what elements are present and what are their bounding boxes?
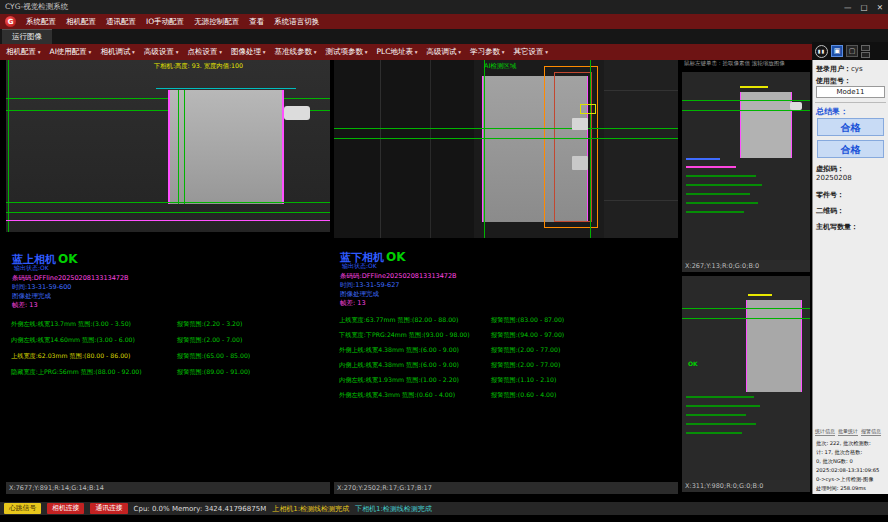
right-photo: AI检测区域 <box>334 60 678 238</box>
left-camera-status: OK <box>58 252 78 266</box>
login-user-label: 登录用户： <box>816 65 851 73</box>
overlay-text-mini <box>686 193 750 195</box>
app-logo-icon: G <box>5 16 16 27</box>
stats-line: 处理时间: 258.09ms <box>816 485 887 492</box>
measure-line <box>184 90 185 204</box>
pause-icon: ▮▮ <box>818 48 826 54</box>
close-icon[interactable]: ✕ <box>877 3 883 12</box>
overlay-text-mini <box>686 184 762 186</box>
camera-connection-indicator: 相机连接 <box>47 503 84 514</box>
measurement-text: 隐藏宽度:上PRG:56mm 范围:(88.00 - 92.00) <box>11 368 177 377</box>
alarm-range: 报警范围:(65.00 - 85.00) <box>177 352 250 361</box>
right-camera-status: OK <box>386 250 406 264</box>
menu-item-system-config[interactable]: 系统配置 <box>26 17 56 27</box>
overlay-text-mini <box>686 211 744 213</box>
tab-run-image[interactable]: 运行图像 <box>2 29 52 44</box>
overlay-text-mini <box>748 294 772 296</box>
pause-button[interactable]: ▮▮ <box>815 45 828 58</box>
alarm-range: 报警范围:(2.00 - 7.00) <box>177 336 242 345</box>
left-time: 时间:13-31-59-600 <box>12 283 71 292</box>
stats-tab-statistics[interactable]: 统计信息 <box>815 428 835 436</box>
measurement-text: 上线宽度:63.77mm 范围:(82.00 - 88.00) <box>339 316 491 325</box>
overlay-text-mini <box>686 405 760 407</box>
menu-item-passive-control[interactable]: 无源控制配置 <box>194 17 239 27</box>
measurement-text: 外侧左线:线宽4.3mm 范围:(0.60 - 4.00) <box>339 391 491 400</box>
maximize-icon[interactable]: □ <box>861 3 868 12</box>
stats-tab-batch[interactable]: 批量统计 <box>838 428 858 436</box>
stats-tab-alarm[interactable]: 报警信息 <box>861 428 881 436</box>
login-user-value: cys <box>851 65 863 73</box>
menu-item-language[interactable]: 系统语言切换 <box>274 17 319 27</box>
menu-item-camera-config[interactable]: 相机配置 <box>66 17 96 27</box>
toolbar-advanced-settings[interactable]: 高级设置 <box>144 47 179 57</box>
machinery-right <box>604 60 678 238</box>
toolbar-ai-config[interactable]: AI使用配置 <box>50 47 92 57</box>
machinery-left <box>334 60 474 238</box>
info-panel: 登录用户：cys 使用型号： Mode11 总结果： 合格 合格 虚拟码： 20… <box>812 60 888 494</box>
stats-line: 2025:02:08-13:31:09:65 <box>816 467 887 473</box>
overlay-text-mini <box>686 396 754 398</box>
total-result-label: 总结果： <box>816 106 885 117</box>
right-pixel-coords: X:270;Y:2502;R:17;G:17;B:17 <box>334 482 678 494</box>
preview-2-coords: X:311;Y:980;R:0;G:0;B:0 <box>682 480 810 492</box>
preview-panel-1: X:267;Y:13;R:0;G:0;B:0 <box>682 72 810 272</box>
toolbar-camera-config[interactable]: 相机配置 <box>6 47 41 57</box>
preview-image-2[interactable]: OK <box>682 276 810 480</box>
preview-panel-2: OK X:311;Y:980;R:0;G:0;B:0 <box>682 276 810 492</box>
tab-row: 运行图像 <box>0 29 888 44</box>
app-window: CYG-视觉检测系统 — □ ✕ G 系统配置 相机配置 通讯配置 IO手动配置… <box>0 0 888 522</box>
model-label: 使用型号： <box>816 76 885 86</box>
toolbar-advanced-debug[interactable]: 高级调试 <box>426 47 461 57</box>
left-overlay-text: 下相机:高度: 93. 宽度内值:100 <box>154 62 243 71</box>
toolbar-test-params[interactable]: 测试项参数 <box>325 47 367 57</box>
measure-line <box>682 110 810 111</box>
toolbar-camera-debug[interactable]: 相机调试 <box>100 47 135 57</box>
lower-camera-status: 下相机1:检测线检测完成 <box>355 504 432 514</box>
minimize-icon[interactable]: — <box>844 3 852 12</box>
heartbeat-indicator: 心跳信号 <box>4 503 41 514</box>
measurement-row: 上线宽度:62.03mm 范围:(80.00 - 86.00) 报警范围:(65… <box>11 352 326 361</box>
alarm-range: 报警范围:(2.20 - 3.20) <box>177 320 242 329</box>
toolbar-baseline-params[interactable]: 基准线参数 <box>274 47 316 57</box>
left-pixel-coords: X:7677;Y:891;R:14;G:14;B:14 <box>6 482 330 494</box>
ai-region-label: AI检测区域 <box>484 62 516 71</box>
alarm-range: 报警范围:(1.10 - 2.10) <box>491 376 556 385</box>
toolbar-other-settings[interactable]: 其它设置 <box>513 47 548 57</box>
toolbar: 相机配置 AI使用配置 相机调试 高级设置 点检设置 图像处理 基准线参数 测试… <box>0 44 812 60</box>
overlay-text-mini <box>686 166 736 168</box>
overlay-text-mini <box>686 432 742 434</box>
menu-item-view[interactable]: 查看 <box>249 17 264 27</box>
measurement-text: 内侧上线:线宽4.38mm 范围:(6.00 - 9.00) <box>339 361 491 370</box>
overlay-text-mini <box>686 414 746 416</box>
metal-highlight <box>572 156 588 170</box>
camera-view-2-button[interactable]: ▢ <box>846 45 858 57</box>
toolbar-image-processing[interactable]: 图像处理 <box>231 47 266 57</box>
right-camera-image[interactable]: AI检测区域 蓝下相机OK 输出状态:OK 条码码:DFFline2025020… <box>334 60 678 482</box>
toolbar-plc-table[interactable]: PLC地址表 <box>376 47 417 57</box>
right-time: 时间:13-31-59-627 <box>340 281 399 290</box>
measure-line <box>156 88 296 89</box>
menu-item-comm-config[interactable]: 通讯配置 <box>106 17 136 27</box>
layout-toggle-buttons[interactable] <box>861 45 870 58</box>
measurement-row: 内侧左线:线宽1.93mm 范围:(1.00 - 2.20) 报警范围:(1.1… <box>339 376 674 385</box>
right-process-status: 图像处理完成 <box>340 290 379 299</box>
measure-line <box>682 308 810 309</box>
result-box-1: 合格 <box>817 118 884 136</box>
toolbar-learning-params[interactable]: 学习参数 <box>470 47 505 57</box>
stats-line: 批次: 222, 批次检测数: <box>816 440 887 447</box>
virtual-code-value: 20250208 <box>816 174 885 182</box>
alarm-range: 报警范围:(2.00 - 77.00) <box>491 361 560 370</box>
machinery-edge <box>604 200 678 201</box>
left-camera-image[interactable]: 下相机:高度: 93. 宽度内值:100 蓝上相机OK 输出状态:OK 条码码:… <box>6 60 330 482</box>
model-select[interactable]: Mode11 <box>816 86 885 98</box>
camera-view-1-button[interactable]: ▣ <box>831 45 843 57</box>
toolbar-spotcheck-settings[interactable]: 点检设置 <box>187 47 222 57</box>
preview-image-1[interactable] <box>682 72 810 260</box>
measurement-row: 内侧左线:线宽14.60mm 范围:(3.00 - 6.00) 报警范围:(2.… <box>11 336 326 345</box>
status-bar: 心跳信号 相机连接 通讯连接 Cpu: 0.0% Memory: 3424.41… <box>0 502 888 515</box>
host-write-count-label: 主机写数量： <box>816 222 885 232</box>
measure-line <box>334 128 678 129</box>
menu-item-io-manual[interactable]: IO手动配置 <box>146 17 184 27</box>
title-bar: CYG-视觉检测系统 — □ ✕ <box>0 0 888 14</box>
main-content: 下相机:高度: 93. 宽度内值:100 蓝上相机OK 输出状态:OK 条码码:… <box>0 60 888 494</box>
